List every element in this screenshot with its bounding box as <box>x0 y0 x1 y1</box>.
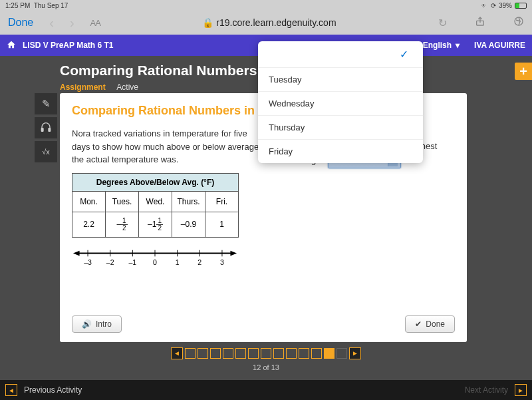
table-cell: –12 <box>106 212 139 237</box>
pager-box[interactable] <box>273 348 284 359</box>
svg-marker-5 <box>73 250 80 256</box>
table-cell: –112 <box>139 212 172 237</box>
dropdown-option[interactable]: Wednesday <box>258 92 423 116</box>
status-label: Active <box>116 83 138 92</box>
pager-box[interactable] <box>299 348 309 359</box>
toolbox: ✎ √x <box>35 93 57 165</box>
table-cell: 1 <box>205 212 239 237</box>
svg-text:3: 3 <box>220 258 224 266</box>
number-line: –3 –2 –1 0 1 2 3 <box>72 246 238 271</box>
safari-done-button[interactable]: Done <box>8 17 33 29</box>
table-header: Fri. <box>205 191 239 212</box>
pencil-tool[interactable]: ✎ <box>35 93 57 114</box>
battery-icon <box>515 3 527 9</box>
intro-button[interactable]: 🔊Intro <box>72 315 122 333</box>
wifi-icon: ᯤ <box>481 2 488 9</box>
day-dropdown-menu: ✓ Tuesday Wednesday Thursday Friday <box>258 41 423 163</box>
status-time: 1:25 PM <box>5 2 30 9</box>
table-header: Thurs. <box>172 191 205 212</box>
dropdown-option[interactable]: Friday <box>258 140 423 163</box>
svg-text:–1: –1 <box>128 258 136 266</box>
check-icon: ✔ <box>415 319 422 329</box>
back-button[interactable]: ‹ <box>49 15 54 31</box>
prev-activity-arrow[interactable]: ◄ <box>5 384 17 396</box>
lock-icon: 🔒 <box>202 17 213 28</box>
svg-marker-6 <box>230 250 237 256</box>
forward-button[interactable]: › <box>70 15 74 31</box>
pager-box[interactable] <box>261 348 271 359</box>
dropdown-option[interactable]: Thursday <box>258 116 423 140</box>
language-selector[interactable]: English▾ <box>423 41 460 50</box>
pager-box[interactable] <box>311 348 322 359</box>
next-activity-arrow[interactable]: ► <box>515 384 527 396</box>
pager-box[interactable] <box>223 348 233 359</box>
pager-next[interactable]: ► <box>349 347 361 359</box>
next-activity: Next Activity <box>465 385 508 395</box>
pager-box[interactable] <box>185 348 196 359</box>
pager-count: 12 of 13 <box>0 363 532 371</box>
pager-box[interactable] <box>198 348 208 359</box>
rotation-lock-icon: ⟳ <box>491 2 496 9</box>
frame-pager: ◄ ► 12 of 13 <box>0 346 532 371</box>
svg-text:0: 0 <box>153 258 157 266</box>
url-bar[interactable]: 🔒 r19.core.learn.edgenuity.com <box>116 17 422 28</box>
share-button[interactable] <box>475 16 485 29</box>
dropdown-option-selected[interactable]: ✓ <box>258 41 423 68</box>
assignment-label[interactable]: Assignment <box>60 83 106 92</box>
table-header: Tues. <box>106 191 139 212</box>
status-date: Thu Sep 17 <box>34 2 68 9</box>
safari-toolbar: Done ‹ › AA 🔒 r19.core.learn.edgenuity.c… <box>0 11 532 35</box>
lesson-prompt: Nora tracked variations in temperature f… <box>72 127 265 166</box>
done-button[interactable]: ✔Done <box>405 315 455 333</box>
bottom-nav: ◄ Previous Activity Next Activity ► <box>0 380 532 400</box>
user-name[interactable]: IVA AGUIRRE <box>474 41 525 50</box>
svg-rect-3 <box>49 128 51 132</box>
svg-text:–3: –3 <box>84 258 92 266</box>
table-header: Mon. <box>72 191 106 212</box>
pager-box[interactable] <box>210 348 221 359</box>
temperature-table: Degrees Above/Below Avg. (°F) Mon. Tues.… <box>72 173 239 238</box>
ios-status-bar: 1:25 PM Thu Sep 17 ᯤ ⟳ 39% <box>0 0 532 11</box>
tabs-button[interactable] <box>513 16 524 29</box>
svg-text:2: 2 <box>198 258 201 266</box>
dropdown-option[interactable]: Tuesday <box>258 68 423 92</box>
check-icon: ✓ <box>400 49 408 60</box>
audio-tool[interactable] <box>35 117 57 138</box>
pager-box[interactable] <box>235 348 246 359</box>
svg-rect-2 <box>41 128 43 132</box>
table-cell: 2.2 <box>72 212 106 237</box>
home-icon[interactable] <box>7 40 16 51</box>
reader-aa-button[interactable]: AA <box>90 18 100 28</box>
pager-box[interactable] <box>286 348 297 359</box>
battery-percent: 39% <box>499 2 512 9</box>
pager-box-current[interactable] <box>324 348 334 359</box>
table-header: Wed. <box>139 191 172 212</box>
table-cell: –0.9 <box>172 212 205 237</box>
table-title: Degrees Above/Below Avg. (°F) <box>72 173 239 191</box>
speaker-icon: 🔊 <box>82 319 92 329</box>
pager-prev[interactable]: ◄ <box>171 347 183 359</box>
svg-text:–2: –2 <box>106 258 114 266</box>
pager-box[interactable] <box>336 348 347 359</box>
chevron-down-icon: ▾ <box>456 41 460 50</box>
svg-text:1: 1 <box>176 258 180 266</box>
prev-activity[interactable]: Previous Activity <box>24 385 82 395</box>
reload-button[interactable]: ↻ <box>438 17 447 29</box>
course-name[interactable]: LISD V PreAP Math 6 T1 <box>23 41 113 50</box>
pager-box[interactable] <box>248 348 259 359</box>
add-button[interactable]: + <box>515 63 532 80</box>
calculator-tool[interactable]: √x <box>35 141 57 162</box>
